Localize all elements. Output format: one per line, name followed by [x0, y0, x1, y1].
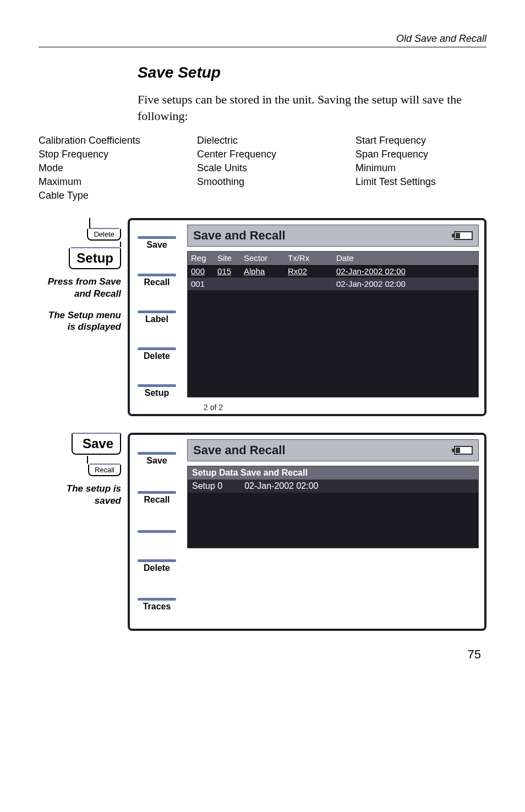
cell-site [217, 279, 244, 288]
intro-paragraph: Five setups can be stored in the unit. S… [138, 91, 481, 124]
cell-site: 015 [217, 266, 244, 276]
figure2-caption: The setup is saved [39, 483, 121, 506]
setup-name: Setup 0 [192, 481, 222, 491]
softkey-recall[interactable]: Recall [132, 277, 182, 287]
cell-txrx [288, 279, 326, 288]
battery-icon [454, 446, 473, 455]
save-item: Start Frequency [356, 135, 486, 146]
setup-panel-header: Setup Data Save and Recall [188, 466, 478, 479]
battery-icon [454, 231, 473, 240]
trace-table: Reg Site Sector Tx/Rx Date 000 015 Alpha… [187, 251, 479, 397]
figure1-caption-a: Press from Save and Recall [39, 276, 121, 299]
softkey-label[interactable]: Label [132, 314, 182, 324]
save-item: Minimum [356, 162, 486, 174]
col-date: Date [326, 253, 475, 263]
save-item: Span Frequency [356, 149, 486, 160]
running-head: Old Save and Recall [39, 33, 486, 47]
cell-sector [244, 279, 288, 288]
section-title: Save Setup [138, 64, 486, 81]
figure-2: Save Recall The setup is saved Save Reca… [39, 433, 486, 631]
save-items-columns: Calibration Coefficients Stop Frequency … [39, 135, 486, 204]
setup-date: 02-Jan-2002 02:00 [244, 481, 318, 491]
device-screen-1: Save Recall Label Delete Setup Save and … [128, 218, 486, 416]
save-item: Maximum [39, 176, 169, 188]
save-item: Cable Type [39, 190, 169, 201]
save-item: Mode [39, 162, 169, 174]
save-item: Center Frequency [197, 149, 328, 160]
softkey-traces[interactable]: Traces [132, 602, 182, 612]
softkey-setup-tab: Setup [69, 248, 121, 269]
cell-date: 02-Jan-2002 02:00 [326, 279, 475, 288]
cell-reg: 000 [191, 266, 217, 276]
cell-date: 02-Jan-2002 02:00 [326, 266, 475, 276]
page-number: 75 [39, 647, 486, 662]
col-txrx: Tx/Rx [288, 253, 326, 263]
table-row[interactable]: 000 015 Alpha Rx02 02-Jan-2002 02:00 [188, 265, 478, 277]
softkey-recall-tab: Recall [88, 465, 121, 476]
softkey-delete-tab: Delete [87, 229, 121, 241]
softkey-setup[interactable]: Setup [132, 388, 182, 398]
save-item: Smoothing [197, 176, 328, 188]
softkey-save[interactable]: Save [132, 240, 182, 250]
screen-title: Save and Recall [193, 228, 286, 243]
table-row[interactable]: 001 02-Jan-2002 02:00 [188, 277, 478, 290]
softkey-delete[interactable]: Delete [132, 563, 182, 573]
softkey-recall[interactable]: Recall [132, 495, 182, 505]
figure1-caption-b: The Setup menu is displayed [39, 309, 121, 333]
setup-row[interactable]: Setup 0 02-Jan-2002 02:00 [188, 479, 478, 493]
device-screen-2: Save Recall Delete Traces Save and Recal… [128, 433, 486, 631]
cell-reg: 001 [191, 279, 217, 288]
cell-sector: Alpha [244, 266, 288, 276]
softkey-save-tab: Save [72, 434, 121, 455]
col-reg: Reg [191, 253, 217, 263]
softkey-delete[interactable]: Delete [132, 351, 182, 361]
cell-txrx: Rx02 [288, 266, 326, 276]
figure-1: Delete Setup Press from Save and Recall … [39, 218, 486, 416]
screen-title: Save and Recall [193, 443, 286, 457]
save-item: Calibration Coefficients [39, 135, 169, 146]
save-item: Dielectric [197, 135, 328, 146]
col-site: Site [217, 253, 244, 263]
col-sector: Sector [244, 253, 288, 263]
setup-data-panel: Setup Data Save and Recall Setup 0 02-Ja… [187, 466, 479, 548]
softkey-save[interactable]: Save [132, 456, 182, 466]
save-item: Limit Test Settings [356, 176, 486, 188]
pager: 2 of 2 [187, 397, 479, 412]
save-item: Stop Frequency [39, 149, 169, 160]
save-item: Scale Units [197, 162, 328, 174]
